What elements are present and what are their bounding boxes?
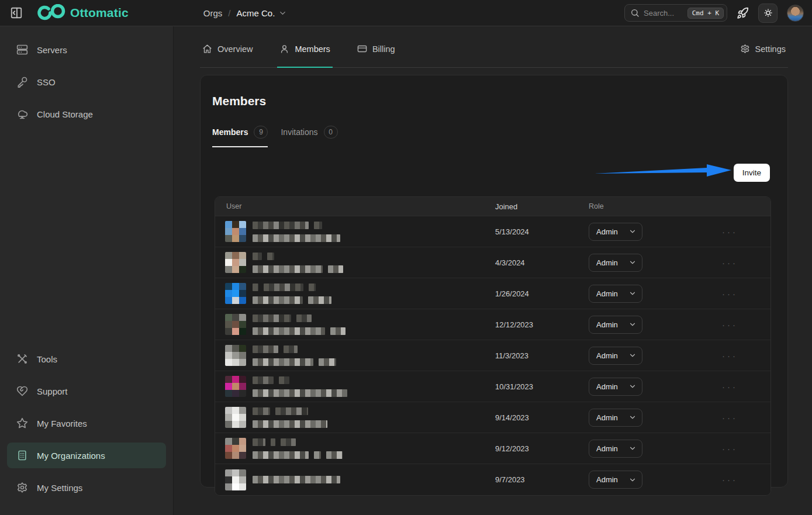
org-switcher[interactable]: Acme Co. [237, 8, 288, 18]
ottomatic-logo-icon [36, 4, 67, 22]
redacted-text [253, 358, 336, 366]
tab-settings[interactable]: Settings [738, 44, 788, 68]
role-dropdown[interactable]: Admin [589, 378, 642, 396]
table-row: 5/13/2024Admin··· [215, 216, 770, 247]
role-value: Admin [596, 475, 618, 484]
tab-billing[interactable]: Billing [355, 44, 398, 68]
search-placeholder: Search... [644, 9, 683, 18]
row-actions-menu[interactable]: ··· [722, 320, 738, 329]
cell-role: Admin··· [589, 440, 770, 458]
sidebar-item-support[interactable]: Support [7, 378, 166, 404]
app-logo[interactable]: Ottomatic [36, 4, 129, 22]
cell-joined-date: 9/12/2023 [495, 444, 589, 453]
row-actions-menu[interactable]: ··· [722, 258, 738, 267]
role-value: Admin [596, 351, 618, 360]
row-actions-menu[interactable]: ··· [722, 382, 738, 391]
cell-user [215, 283, 495, 304]
chevron-down-icon [628, 320, 637, 329]
cell-role: Admin··· [589, 316, 770, 334]
chevron-down-icon [628, 476, 637, 484]
redacted-text [253, 451, 343, 459]
sidebar-item-sso[interactable]: SSO [7, 69, 166, 95]
app-root: Ottomatic Orgs / Acme Co. Search... Cmd … [0, 0, 812, 515]
invite-button[interactable]: Invite [734, 164, 770, 182]
row-actions-menu[interactable]: ··· [722, 289, 738, 298]
role-dropdown[interactable]: Admin [589, 254, 642, 272]
tools-icon [16, 353, 28, 365]
member-identity [253, 345, 336, 366]
sidebar-item-label: My Organizations [37, 451, 105, 461]
chevron-down-icon [628, 351, 637, 360]
redacted-text [253, 296, 331, 304]
subtab-members[interactable]: Members9 [212, 126, 268, 147]
search-input[interactable]: Search... Cmd + K [624, 4, 727, 22]
role-dropdown[interactable]: Admin [589, 285, 642, 303]
breadcrumb-orgs-link[interactable]: Orgs [203, 8, 223, 18]
subtab-count-badge: 9 [254, 126, 268, 139]
role-value: Admin [596, 320, 618, 329]
cell-role: Admin··· [589, 285, 770, 303]
sidebar-item-label: SSO [37, 77, 56, 87]
row-actions-menu[interactable]: ··· [722, 444, 738, 453]
gear-icon [16, 482, 28, 493]
member-identity [253, 438, 343, 459]
sidebar: ServersSSOCloud Storage ToolsSupportMy F… [0, 26, 174, 515]
table-row: 1/26/2024Admin··· [215, 278, 770, 309]
cell-joined-date: 9/7/2023 [495, 475, 589, 484]
row-actions-menu[interactable]: ··· [722, 413, 738, 422]
role-dropdown[interactable]: Admin [589, 316, 642, 334]
cell-joined-date: 10/31/2023 [495, 382, 589, 391]
role-dropdown[interactable]: Admin [589, 223, 642, 241]
redacted-text [253, 438, 343, 446]
sidebar-top-group: ServersSSOCloud Storage [7, 37, 166, 133]
member-avatar [225, 407, 246, 428]
role-dropdown[interactable]: Admin [589, 471, 642, 489]
role-dropdown[interactable]: Admin [589, 347, 642, 365]
tab-members[interactable]: Members [277, 44, 332, 68]
theme-toggle-button[interactable] [758, 4, 778, 23]
chevron-down-icon [628, 444, 637, 452]
role-value: Admin [596, 444, 618, 453]
column-header-user: User [215, 202, 495, 210]
sun-icon [763, 8, 773, 18]
breadcrumb: Orgs / Acme Co. [203, 8, 288, 18]
user-avatar[interactable] [787, 5, 804, 22]
cell-joined-date: 4/3/2024 [495, 258, 589, 267]
table-body: 5/13/2024Admin···4/3/2024Admin···1/26/20… [215, 216, 770, 495]
server-icon [16, 44, 28, 56]
table-row: 9/12/2023Admin··· [215, 433, 770, 464]
row-actions-menu[interactable]: ··· [722, 351, 738, 360]
member-avatar [225, 314, 246, 335]
cell-role: Admin··· [589, 409, 770, 427]
role-dropdown[interactable]: Admin [589, 440, 642, 458]
sidebar-collapse-icon[interactable] [9, 6, 23, 20]
member-avatar [225, 469, 246, 490]
cell-user [215, 407, 495, 428]
row-actions-menu[interactable]: ··· [722, 475, 738, 484]
chevron-down-icon [628, 289, 637, 298]
column-header-role: Role [589, 202, 770, 210]
redacted-text [253, 345, 336, 353]
sidebar-item-my-favorites[interactable]: My Favorites [7, 410, 166, 436]
sidebar-item-my-organizations[interactable]: My Organizations [7, 443, 166, 468]
sidebar-item-tools[interactable]: Tools [7, 346, 166, 372]
sidebar-item-my-settings[interactable]: My Settings [7, 475, 166, 500]
role-value: Admin [596, 413, 618, 422]
subtab-invitations[interactable]: Invitations0 [281, 126, 337, 147]
cell-joined-date: 5/13/2024 [495, 227, 589, 236]
rocket-button[interactable] [737, 7, 749, 19]
cell-user [215, 252, 495, 273]
member-avatar [225, 345, 246, 366]
sidebar-item-servers[interactable]: Servers [7, 37, 166, 63]
chevron-down-icon [278, 9, 287, 18]
cell-joined-date: 9/14/2023 [495, 413, 589, 422]
cell-role: Admin··· [589, 254, 770, 272]
sidebar-item-label: Servers [37, 45, 67, 55]
tab-overview[interactable]: Overview [200, 44, 255, 68]
role-value: Admin [596, 289, 618, 298]
user-icon [279, 44, 289, 54]
sidebar-item-cloud-storage[interactable]: Cloud Storage [7, 101, 166, 127]
role-dropdown[interactable]: Admin [589, 409, 642, 427]
cell-role: Admin··· [589, 378, 770, 396]
row-actions-menu[interactable]: ··· [722, 227, 738, 236]
